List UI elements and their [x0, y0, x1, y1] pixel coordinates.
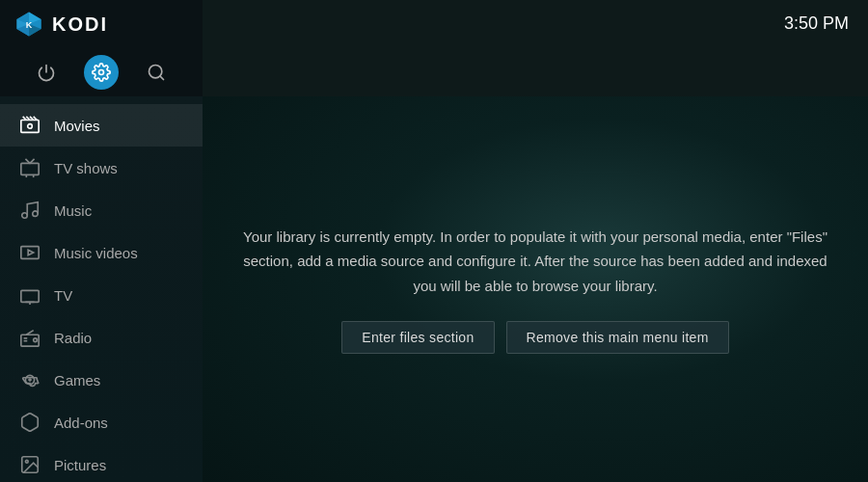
- svg-text:K: K: [26, 20, 33, 30]
- tv-icon: [19, 284, 41, 306]
- search-button[interactable]: [139, 55, 174, 90]
- remove-menu-item-button[interactable]: Remove this main menu item: [506, 321, 729, 354]
- sidebar-label-radio: Radio: [54, 330, 92, 346]
- sidebar-item-tvshows[interactable]: TV shows: [0, 147, 203, 189]
- kodi-logo-icon: K: [15, 11, 42, 38]
- tvshows-icon: [19, 157, 41, 178]
- svg-point-8: [98, 70, 103, 75]
- library-message: Your library is currently empty. In orde…: [241, 225, 829, 299]
- main-content: Your library is currently empty. In orde…: [203, 96, 868, 482]
- sidebar-label-music: Music: [54, 202, 92, 219]
- sidebar-label-games: Games: [54, 372, 100, 388]
- sidebar-item-tv[interactable]: TV: [0, 274, 203, 316]
- content-box: Your library is currently empty. In orde…: [241, 225, 829, 355]
- svg-line-10: [160, 76, 164, 80]
- addons-icon: [19, 412, 41, 433]
- sidebar: Movies TV shows M: [0, 96, 203, 482]
- svg-point-30: [25, 460, 28, 463]
- sidebar-label-movies: Movies: [54, 118, 100, 134]
- svg-rect-11: [21, 120, 39, 133]
- sidebar-item-games[interactable]: Games: [0, 359, 203, 401]
- sidebar-item-radio[interactable]: Radio: [0, 316, 203, 359]
- sidebar-item-music[interactable]: Music: [0, 189, 203, 231]
- svg-marker-19: [28, 250, 34, 255]
- games-icon: [19, 369, 41, 390]
- sidebar-label-tv: TV: [54, 287, 72, 304]
- svg-rect-20: [21, 290, 39, 302]
- sidebar-item-movies[interactable]: Movies: [0, 104, 203, 147]
- clock-area: 3:50 PM: [203, 0, 868, 96]
- app-title: KODI: [52, 13, 108, 36]
- clock-display: 3:50 PM: [784, 13, 849, 34]
- sidebar-item-musicvideos[interactable]: Music videos: [0, 231, 203, 274]
- pictures-icon: [19, 454, 41, 475]
- logo-row: K KODI: [0, 0, 203, 48]
- sidebar-label-pictures: Pictures: [54, 457, 106, 473]
- power-button[interactable]: [29, 55, 64, 90]
- icon-bar: [0, 48, 203, 96]
- svg-point-12: [28, 124, 33, 129]
- enter-files-button[interactable]: Enter files section: [341, 321, 494, 354]
- svg-point-17: [33, 211, 39, 217]
- music-icon: [19, 200, 41, 221]
- button-row: Enter files section Remove this main men…: [341, 321, 728, 354]
- radio-icon: [19, 327, 41, 348]
- settings-button[interactable]: [84, 55, 119, 90]
- sidebar-item-addons[interactable]: Add-ons: [0, 401, 203, 443]
- movies-icon: [19, 115, 41, 136]
- svg-point-16: [22, 213, 28, 219]
- musicvideos-icon: [19, 242, 41, 263]
- sidebar-label-musicvideos: Music videos: [54, 245, 138, 261]
- sidebar-label-addons: Add-ons: [54, 415, 108, 431]
- svg-point-24: [34, 338, 38, 342]
- svg-rect-13: [21, 163, 39, 174]
- sidebar-label-tvshows: TV shows: [54, 160, 118, 176]
- sidebar-item-pictures[interactable]: Pictures: [0, 443, 203, 482]
- svg-rect-18: [21, 247, 39, 259]
